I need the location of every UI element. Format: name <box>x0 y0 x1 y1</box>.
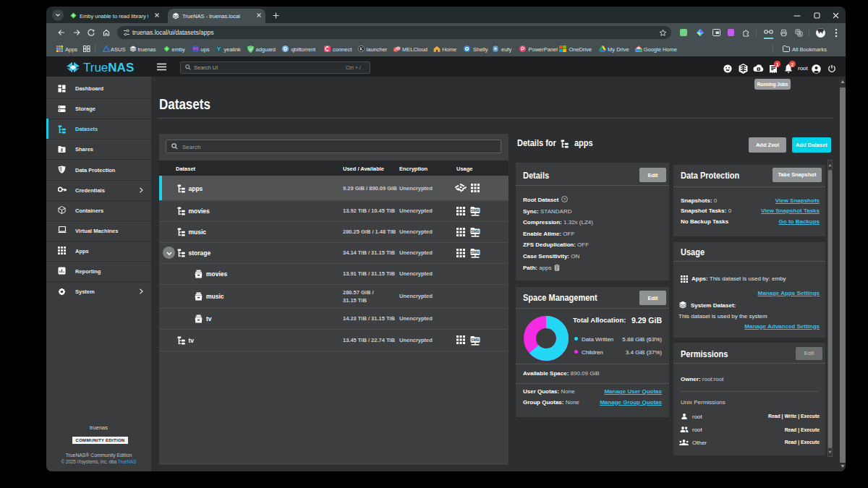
svg-text:SMB: SMB <box>471 250 480 254</box>
svg-text:SMB: SMB <box>471 338 480 342</box>
svg-text:SMB: SMB <box>471 208 480 213</box>
svg-text:SMB: SMB <box>471 229 480 234</box>
svg-text:?: ? <box>563 197 566 202</box>
